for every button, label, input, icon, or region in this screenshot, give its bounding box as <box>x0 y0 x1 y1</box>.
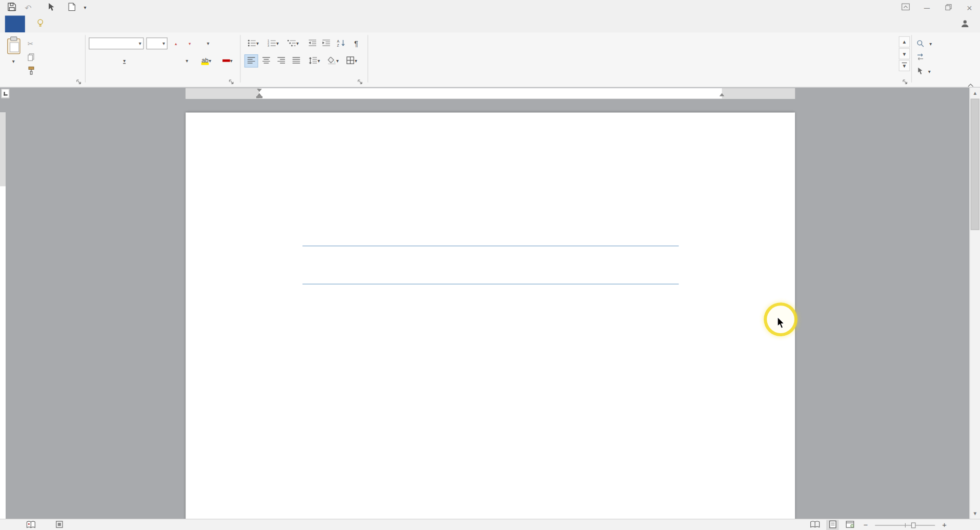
grow-font-button[interactable]: ▲ <box>170 37 182 49</box>
clipboard-dialog-launcher[interactable] <box>76 76 84 84</box>
group-divider <box>368 35 368 83</box>
justify-button[interactable] <box>290 55 302 67</box>
subscript-button[interactable] <box>150 55 162 67</box>
align-right-button[interactable] <box>275 55 288 67</box>
print-layout-icon <box>828 520 836 530</box>
decrease-indent-button[interactable] <box>307 37 319 49</box>
strikethrough-button[interactable] <box>134 55 149 67</box>
quick-access-toolbar: ↶ ▾ <box>4 0 90 15</box>
chevron-down-icon: ▾ <box>230 58 233 64</box>
zoom-in-button[interactable]: + <box>940 520 949 530</box>
borders-button[interactable]: ▾ <box>344 55 360 67</box>
copy-button[interactable] <box>28 51 38 64</box>
align-left-icon <box>247 55 256 67</box>
underline-button[interactable]: ▾ <box>116 55 133 67</box>
scrollbar-thumb[interactable] <box>971 99 979 230</box>
font-name-combo[interactable]: ▾ <box>89 37 144 49</box>
share-button[interactable] <box>961 19 972 29</box>
window-controls: ─ × <box>895 0 980 15</box>
scroll-down-arrow[interactable]: ▼ <box>970 508 980 518</box>
replace-button[interactable] <box>916 51 927 64</box>
touch-mode-button[interactable] <box>43 1 59 15</box>
zoom-slider[interactable] <box>875 520 935 530</box>
chevron-down-icon: ▾ <box>929 41 932 47</box>
styles-dialog-launcher[interactable] <box>903 76 910 84</box>
customize-qat-button[interactable]: ▾ <box>80 1 90 15</box>
svg-text:3: 3 <box>268 44 269 47</box>
ribbon-display-icon <box>901 3 910 12</box>
mouse-cursor <box>777 316 786 332</box>
close-button[interactable]: × <box>959 0 980 15</box>
collapse-ribbon-button[interactable] <box>968 79 975 87</box>
ruler-strip[interactable] <box>186 88 795 99</box>
save-button[interactable] <box>4 1 20 15</box>
numbering-icon: 123 <box>268 38 276 49</box>
proofing-icon[interactable] <box>26 520 35 529</box>
tab-stop-icon <box>4 92 7 95</box>
italic-button[interactable] <box>104 55 115 67</box>
group-divider <box>85 35 86 83</box>
web-layout-button[interactable] <box>844 520 856 530</box>
save-icon <box>8 3 16 13</box>
read-mode-button[interactable] <box>809 520 821 530</box>
left-indent-marker[interactable] <box>256 96 262 98</box>
vertical-scrollbar[interactable]: ▲ ▼ <box>969 88 980 519</box>
close-icon: × <box>967 3 972 13</box>
font-dialog-launcher[interactable] <box>229 76 236 84</box>
styles-scroll-down-button[interactable]: ▼ <box>899 48 910 59</box>
group-divider <box>240 35 240 83</box>
bold-button[interactable] <box>91 55 103 67</box>
zoom-slider-thumb[interactable] <box>911 522 916 528</box>
minimize-button[interactable]: ─ <box>916 0 937 15</box>
chevron-down-icon: ▾ <box>256 40 259 46</box>
superscript-button[interactable] <box>162 55 174 67</box>
shading-button[interactable]: ▾ <box>325 55 341 67</box>
align-center-button[interactable] <box>260 55 272 67</box>
macro-record-icon[interactable] <box>56 520 64 529</box>
sort-button[interactable]: AZ <box>335 37 348 49</box>
font-color-button[interactable]: ▾ <box>219 55 236 67</box>
increase-indent-button[interactable] <box>320 37 332 49</box>
format-painter-button[interactable] <box>28 65 38 77</box>
change-case-button[interactable]: ▾ <box>200 37 216 49</box>
styles-more-button[interactable]: ▼ <box>899 60 910 71</box>
select-button[interactable]: ▾ <box>916 65 931 77</box>
show-paragraph-marks-button[interactable]: ¶ <box>350 37 362 49</box>
chevron-down-icon: ▾ <box>276 40 279 46</box>
cut-button[interactable]: ✂ <box>28 37 36 50</box>
print-layout-button[interactable] <box>826 520 839 530</box>
restore-button[interactable] <box>937 0 958 15</box>
right-indent-marker[interactable] <box>720 93 725 96</box>
chevron-down-icon: ▾ <box>317 58 320 64</box>
multilevel-list-button[interactable]: ▾ <box>285 37 301 49</box>
line-spacing-button[interactable]: ▾ <box>307 55 323 67</box>
chevron-up-icon: ▲ <box>902 39 907 45</box>
font-size-combo[interactable]: ▾ <box>146 37 167 49</box>
justify-icon <box>292 55 300 67</box>
styles-scroll-up-button[interactable]: ▲ <box>899 36 910 48</box>
align-left-button[interactable] <box>245 55 257 67</box>
first-line-indent-marker[interactable] <box>257 89 262 92</box>
clear-formatting-button[interactable] <box>220 37 232 49</box>
bullets-button[interactable]: ▾ <box>245 37 261 49</box>
paste-button[interactable]: ▾ <box>2 34 25 75</box>
highlight-color-button[interactable]: ab▾ <box>197 55 215 67</box>
page[interactable] <box>186 112 795 519</box>
tab-file[interactable] <box>5 15 25 32</box>
text-effects-button[interactable]: ▾ <box>179 55 195 67</box>
chevron-down-icon: ▾ <box>207 40 210 46</box>
tab-selector[interactable] <box>1 89 9 98</box>
chevron-down-icon: ▾ <box>928 69 931 74</box>
find-button[interactable]: ▾ <box>916 37 932 50</box>
ribbon-display-options-button[interactable] <box>895 0 916 15</box>
paragraph-dialog-launcher[interactable] <box>357 76 365 84</box>
tell-me-box[interactable] <box>36 15 48 32</box>
chevron-down-icon: ▾ <box>355 58 357 64</box>
shrink-font-button[interactable]: ▼ <box>184 37 196 49</box>
zoom-out-button[interactable]: − <box>861 520 870 530</box>
scroll-up-arrow[interactable]: ▲ <box>970 88 980 98</box>
undo-button[interactable]: ↶ <box>20 1 36 15</box>
new-document-button[interactable] <box>64 1 80 15</box>
numbering-button[interactable]: 123▾ <box>265 37 281 49</box>
chevron-down-icon: ▾ <box>84 5 86 11</box>
